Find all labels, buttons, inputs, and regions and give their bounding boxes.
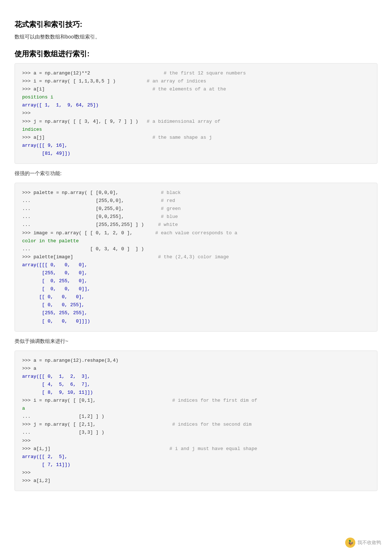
desc-fancy-index: 数组可以由整数数组和bool数组索引。 (15, 34, 377, 40)
code-block-2: >>> palette = np.array( [ [0,0,0], # bla… (15, 183, 377, 332)
code-block-3: >>> a = np.arange(12).reshape(3,4) >>> a… (15, 351, 377, 491)
desc-reshape: 类似于抽调数组来进行~ (15, 338, 377, 345)
desc-palette: 很强的一个索引功能: (15, 170, 377, 177)
heading-fancy-index: 花式索引和索引技巧: (15, 20, 377, 29)
heading-index-array: 使用索引数组进行索引: (15, 49, 377, 59)
code-block-1: >>> a = np.arange(12)**2 # the first 12 … (15, 63, 377, 164)
